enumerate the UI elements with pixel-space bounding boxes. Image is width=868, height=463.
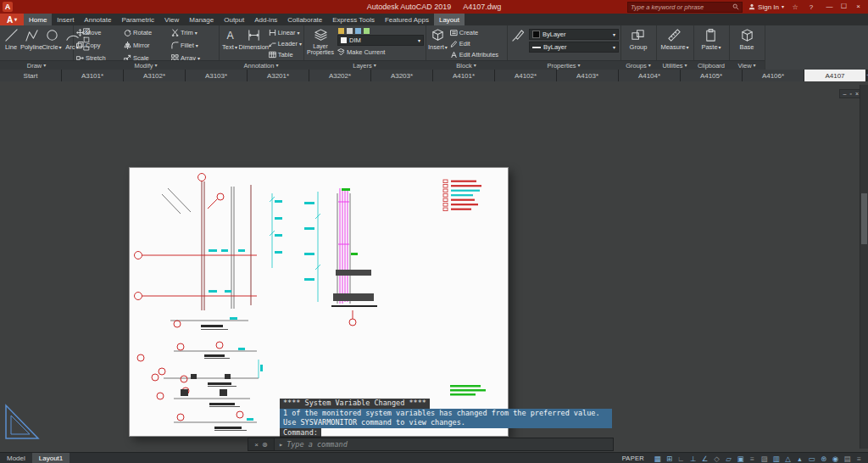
circle-button[interactable]: Circle▾ — [42, 26, 61, 53]
search-icon[interactable] — [732, 3, 739, 10]
tab-parametric[interactable]: Parametric — [116, 14, 159, 25]
command-line-bar[interactable]: × ⊛ ▸ Type a command — [248, 438, 614, 451]
trim-button[interactable]: Trim▾ — [171, 27, 215, 38]
layer-state-icon[interactable] — [338, 28, 344, 34]
vertical-scrollbar[interactable] — [860, 85, 868, 449]
file-tab[interactable]: A3103* — [186, 70, 248, 81]
help-icon[interactable]: ? — [806, 3, 816, 11]
autoscale-icon[interactable]: ▴ — [794, 455, 805, 463]
ucs-icon[interactable] — [3, 399, 42, 441]
layer-dropdown[interactable]: DIM ▾ — [337, 35, 424, 46]
tab-collaborate[interactable]: Collaborate — [282, 14, 327, 25]
mirror-button[interactable]: Mirror — [124, 40, 168, 51]
viewport-close-icon[interactable]: × — [855, 91, 859, 97]
object-snap-icon[interactable]: ▣ — [735, 455, 746, 463]
infer-constraints-icon[interactable]: ∟ — [676, 455, 687, 463]
layer-freeze-icon[interactable] — [355, 28, 361, 34]
file-tab[interactable]: A4101* — [433, 70, 495, 81]
tab-manage[interactable]: Manage — [184, 14, 219, 25]
panel-label-modify[interactable]: Modify▾ — [73, 60, 219, 70]
snap-icon[interactable]: ⊞ — [664, 455, 675, 463]
tab-view[interactable]: View — [159, 14, 184, 25]
file-tab[interactable]: A3101* — [62, 70, 124, 81]
panel-label-draw[interactable]: Draw▾ — [0, 60, 73, 70]
measure-button[interactable]: Measure▾ — [659, 26, 689, 53]
file-tab[interactable]: A4105* — [681, 70, 743, 81]
tab-add-ins[interactable]: Add-ins — [249, 14, 282, 25]
close-button[interactable]: × — [851, 0, 865, 14]
model-tab[interactable]: Model — [0, 453, 32, 463]
panel-label-annotation[interactable]: Annotation▾ — [219, 60, 303, 70]
quick-properties-icon[interactable]: ▤ — [842, 455, 853, 463]
panel-label-utilities[interactable]: Utilities▾ — [656, 60, 693, 70]
panel-label-properties[interactable]: Properties▾ — [507, 60, 620, 70]
customize-icon[interactable]: ⊛ — [262, 441, 268, 449]
tab-layout[interactable]: Layout — [434, 14, 465, 25]
group-button[interactable]: Group — [629, 26, 648, 53]
customize-icon[interactable]: ≡ — [854, 455, 865, 463]
selection-cycling-icon[interactable]: ▥ — [771, 455, 782, 463]
object-snap-tracking-icon[interactable]: ▱ — [723, 455, 734, 463]
favorites-icon[interactable]: ☆ — [790, 3, 800, 11]
file-tab[interactable]: A3203* — [371, 70, 433, 81]
object-color-dropdown[interactable]: ByLayer ▾ — [529, 29, 619, 40]
paste-button[interactable]: Paste▾ — [700, 26, 721, 53]
polyline-button[interactable]: Polyline — [22, 26, 41, 53]
leader-button[interactable]: Leader▾ — [269, 38, 302, 49]
lineweight-icon[interactable]: ≡ — [747, 455, 758, 463]
panel-label-clipboard[interactable]: Clipboard — [693, 60, 729, 70]
line-button[interactable]: Line — [2, 26, 20, 53]
file-tab-active[interactable]: A4107 — [804, 70, 866, 81]
linear-button[interactable]: Linear▾ — [269, 27, 302, 38]
workspace-icon[interactable]: ⊛ — [818, 455, 829, 463]
annotation-visibility-icon[interactable]: △ — [782, 455, 793, 463]
file-tab-start[interactable]: Start — [0, 70, 62, 81]
ortho-icon[interactable]: ⊥ — [687, 455, 698, 463]
viewport-restore-icon[interactable]: ▫ — [849, 91, 851, 97]
isodraft-icon[interactable]: ◇ — [711, 455, 722, 463]
tab-output[interactable]: Output — [219, 14, 249, 25]
file-tab[interactable]: A4103* — [557, 70, 619, 81]
table-button[interactable]: Table — [269, 49, 302, 60]
panel-label-layers[interactable]: Layers▾ — [303, 60, 426, 70]
transparency-icon[interactable]: ▨ — [759, 455, 770, 463]
dimension-button[interactable]: Dimension — [241, 26, 267, 53]
minimize-button[interactable]: — — [822, 0, 837, 14]
tab-express-tools[interactable]: Express Tools — [327, 14, 380, 25]
insert-button[interactable]: Insert▾ — [427, 26, 448, 53]
file-tab[interactable]: A3202* — [309, 70, 371, 81]
viewport-minimize-icon[interactable]: – — [843, 91, 847, 97]
copy-button[interactable]: Copy — [76, 40, 120, 51]
create-block-button[interactable]: Create — [450, 27, 498, 38]
tab-featured-apps[interactable]: Featured Apps — [380, 14, 434, 25]
scrollbar-thumb[interactable] — [861, 193, 867, 244]
annotation-scale-icon[interactable]: ▭ — [806, 455, 817, 463]
edit-attributes-button[interactable]: Edit Attributes — [450, 49, 498, 60]
sign-in-button[interactable]: Sign In ▾ — [748, 3, 784, 11]
file-tab[interactable]: A4102* — [495, 70, 557, 81]
polar-tracking-icon[interactable]: ∠ — [699, 455, 710, 463]
command-input[interactable]: ▸ Type a command — [275, 440, 613, 449]
layout1-tab[interactable]: Layout1 — [32, 453, 70, 463]
move-button[interactable]: Move — [76, 27, 120, 38]
file-tab[interactable]: A3102* — [124, 70, 186, 81]
panel-label-groups[interactable]: Groups▾ — [620, 60, 656, 70]
file-tab[interactable]: A3201* — [248, 70, 309, 81]
layer-lock-icon[interactable] — [364, 28, 370, 34]
layer-properties-button[interactable]: Layer Properties — [305, 26, 336, 58]
maximize-button[interactable]: ☐ — [837, 0, 851, 14]
tab-insert[interactable]: Insert — [52, 14, 79, 25]
make-current-button[interactable]: Make Current — [337, 47, 424, 58]
text-button[interactable]: A Text▾ — [220, 26, 239, 53]
paper-space-label[interactable]: PAPER — [622, 455, 644, 462]
application-menu-button[interactable]: A▾ — [0, 14, 24, 25]
panel-label-view[interactable]: View▾ — [729, 60, 765, 70]
tab-home[interactable]: Home — [24, 14, 52, 25]
file-tab[interactable]: A4104* — [619, 70, 681, 81]
drawing-canvas[interactable]: – ▫ × **** System Variable Changed **** … — [0, 81, 868, 452]
fillet-button[interactable]: Fillet▾ — [171, 40, 215, 51]
close-icon[interactable]: × — [254, 441, 259, 449]
tab-annotate[interactable]: Annotate — [79, 14, 116, 25]
infocenter-search-input[interactable]: Type a keyword or phrase — [627, 2, 743, 13]
annotation-monitor-icon[interactable]: ◉ — [830, 455, 841, 463]
